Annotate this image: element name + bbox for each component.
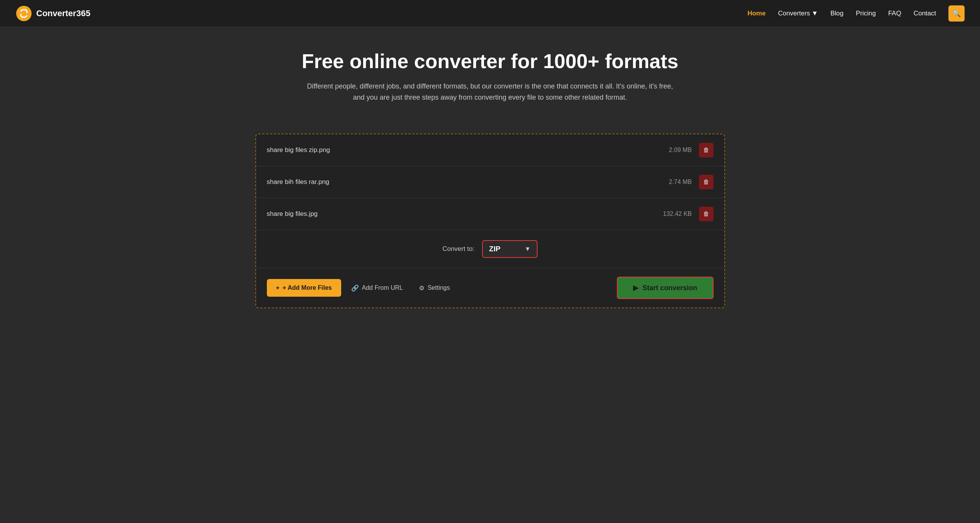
nav-pricing[interactable]: Pricing (856, 10, 876, 17)
hero-title: Free online converter for 1000+ formats (275, 50, 706, 73)
nav-blog[interactable]: Blog (830, 10, 843, 17)
table-row: share big files zip.png 2.09 MB 🗑 (256, 134, 724, 166)
file-name-3: share big files.jpg (267, 210, 318, 218)
table-row: share bih files rar.png 2.74 MB 🗑 (256, 166, 724, 198)
add-more-files-button[interactable]: + + Add More Files (267, 279, 341, 297)
delete-file-3-button[interactable]: 🗑 (699, 207, 714, 221)
gear-icon: ⚙ (419, 284, 424, 292)
nav-faq[interactable]: FAQ (888, 10, 901, 17)
chevron-down-icon: ▼ (524, 246, 531, 252)
converter-box: share big files zip.png 2.09 MB 🗑 share … (255, 134, 725, 308)
nav-converters[interactable]: Converters ▼ (778, 10, 818, 17)
format-selector[interactable]: ZIP ▼ (482, 240, 538, 258)
bottom-actions: + + Add More Files 🔗 Add From URL ⚙ Sett… (256, 268, 724, 307)
search-button[interactable]: 🔍 (948, 5, 965, 22)
table-row: share big files.jpg 132.42 KB 🗑 (256, 198, 724, 230)
svg-point-0 (16, 6, 32, 21)
left-actions: + + Add More Files 🔗 Add From URL ⚙ Sett… (267, 279, 456, 297)
logo-area: Converter365 (15, 5, 90, 22)
convert-to-label: Convert to: (442, 245, 474, 253)
delete-file-1-button[interactable]: 🗑 (699, 143, 714, 157)
hero-section: Free online converter for 1000+ formats … (259, 27, 721, 118)
header: Converter365 Home Converters ▼ Blog Pric… (0, 0, 980, 27)
converter-container: share big files zip.png 2.09 MB 🗑 share … (240, 134, 740, 308)
file-right-3: 132.42 KB 🗑 (663, 207, 714, 221)
start-conversion-button[interactable]: ▶ Start conversion (617, 277, 713, 299)
plus-icon: + (276, 284, 280, 291)
file-size-1: 2.09 MB (669, 147, 692, 154)
file-right-2: 2.74 MB 🗑 (669, 175, 714, 189)
main-nav: Home Converters ▼ Blog Pricing FAQ Conta… (747, 5, 965, 22)
format-value: ZIP (489, 245, 501, 253)
chevron-down-icon: ▼ (812, 10, 818, 17)
add-from-url-button[interactable]: 🔗 Add From URL (345, 279, 409, 297)
file-size-3: 132.42 KB (663, 211, 692, 217)
search-icon: 🔍 (952, 9, 961, 18)
file-list: share big files zip.png 2.09 MB 🗑 share … (256, 134, 724, 230)
play-icon: ▶ (633, 284, 638, 292)
trash-icon: 🗑 (703, 179, 709, 185)
settings-button[interactable]: ⚙ Settings (413, 279, 456, 297)
file-right-1: 2.09 MB 🗑 (669, 143, 714, 157)
delete-file-2-button[interactable]: 🗑 (699, 175, 714, 189)
logo-icon (15, 5, 32, 22)
nav-home[interactable]: Home (747, 10, 766, 17)
convert-to-row: Convert to: ZIP ▼ (256, 230, 724, 268)
trash-icon: 🗑 (703, 147, 709, 154)
file-size-2: 2.74 MB (669, 179, 692, 185)
file-name-2: share bih files rar.png (267, 178, 330, 186)
nav-contact[interactable]: Contact (913, 10, 936, 17)
file-name-1: share big files zip.png (267, 146, 330, 154)
hero-subtitle: Different people, different jobs, and di… (302, 81, 679, 103)
logo-text: Converter365 (36, 8, 90, 18)
link-icon: 🔗 (351, 284, 359, 292)
trash-icon: 🗑 (703, 211, 709, 217)
